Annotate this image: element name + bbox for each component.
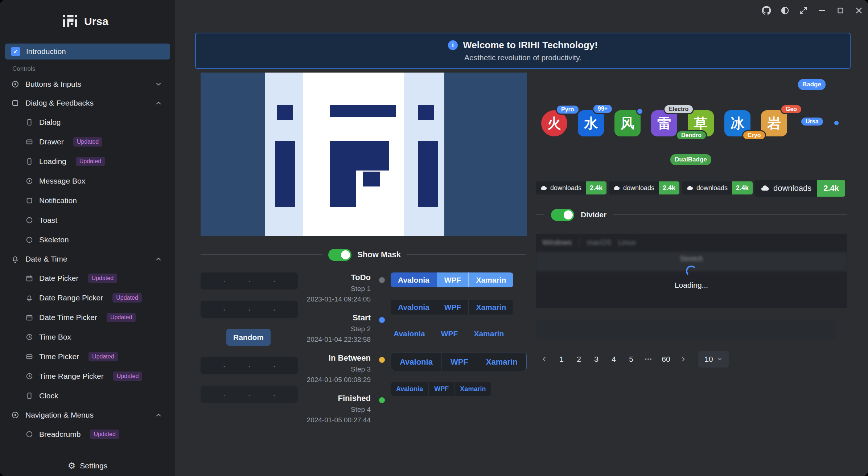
- count-badge: 99+: [592, 104, 613, 114]
- app-title: Ursa: [84, 15, 108, 28]
- cloud-icon: [613, 184, 620, 192]
- sidebar-item-time-range-picker[interactable]: Time Range Picker Updated: [0, 367, 175, 385]
- gear-icon: ⚙: [68, 461, 76, 471]
- page-button-2[interactable]: 2: [571, 351, 587, 368]
- maximize-button[interactable]: [835, 5, 846, 16]
- welcome-banner: i Welcome to IRIHI Technology! Aesthetic…: [195, 33, 851, 69]
- downloads-count: 2.4k: [732, 181, 753, 194]
- divider-toggle[interactable]: [551, 209, 574, 221]
- page-size-select[interactable]: 10: [698, 351, 729, 368]
- timeline-step-start: Start Step 2 2024-01-04 22:32:58: [253, 313, 371, 353]
- wpf-button[interactable]: WPF: [437, 300, 469, 315]
- date-time-picker-icon: [25, 313, 33, 321]
- downloads-badge-large: downloads 2.4k: [754, 180, 845, 197]
- sidebar-item-message-box[interactable]: Message Box: [0, 172, 175, 190]
- settings-button[interactable]: ⚙ Settings: [0, 455, 175, 476]
- timeline-step-in-between: In Between Step 3 2024-01-05 00:08:29: [253, 353, 371, 394]
- sidebar-item-breadcrumb[interactable]: Breadcrumb Updated: [0, 425, 175, 443]
- sidebar-item-dialog[interactable]: Dialog: [0, 113, 175, 131]
- timeline-dot-finished: [379, 397, 385, 403]
- downloads-count: 2.4k: [659, 181, 679, 194]
- github-button[interactable]: [761, 5, 772, 16]
- app-window: Ursa ✓ Introduction Controls Buttons & I…: [0, 0, 868, 476]
- updated-badge: Updated: [89, 352, 118, 361]
- timeline-dot-in-between: [379, 357, 385, 363]
- xamarin-button[interactable]: Xamarin: [468, 272, 513, 287]
- minimize-icon: [817, 6, 827, 15]
- downloads-count: 2.4k: [586, 181, 606, 194]
- avalonia-button[interactable]: Avalonia: [391, 272, 437, 287]
- page-button-60[interactable]: 60: [658, 351, 674, 368]
- avalonia-button[interactable]: Avalonia: [391, 353, 441, 371]
- loading-overlay: Loading...: [536, 234, 847, 308]
- sidebar-item-introduction[interactable]: ✓ Introduction: [5, 44, 170, 60]
- page-button-3[interactable]: 3: [588, 351, 604, 368]
- sidebar-group-buttons-inputs[interactable]: Buttons & Inputs: [0, 75, 175, 93]
- chevron-down-icon: [155, 81, 162, 88]
- maximize-icon: [836, 6, 845, 15]
- buttons-inputs-icon: [11, 80, 20, 89]
- loading-panel: Windows macOS Linux Stretch Loading...: [536, 234, 847, 308]
- button-group-outlined: Avalonia WPF Xamarin: [391, 353, 527, 371]
- xamarin-button[interactable]: Xamarin: [468, 300, 513, 315]
- divider-demo: Divider: [536, 208, 847, 222]
- banner-title-row: i Welcome to IRIHI Technology!: [448, 40, 598, 51]
- sidebar-group-dialog-feedbacks[interactable]: Dialog & Feedbacks: [0, 94, 175, 112]
- irihi-logo-image: [201, 73, 527, 236]
- avalonia-button[interactable]: Avalonia: [391, 300, 437, 315]
- timeline-dot-todo: [379, 277, 385, 283]
- xamarin-button[interactable]: Xamarin: [477, 353, 526, 371]
- wpf-button[interactable]: WPF: [441, 353, 477, 371]
- sidebar-item-time-picker[interactable]: Time Picker Updated: [0, 348, 175, 366]
- show-mask-label: Show Mask: [357, 250, 401, 259]
- minimize-button[interactable]: [816, 5, 827, 16]
- close-icon: [854, 6, 864, 15]
- sidebar-item-clock[interactable]: Clock: [0, 387, 175, 405]
- sidebar-group-navigation-menus[interactable]: Navigation & Menus: [0, 406, 175, 424]
- pagination-ellipsis[interactable]: •••: [641, 356, 657, 362]
- github-icon: [762, 6, 771, 15]
- sidebar-item-loading[interactable]: Loading Updated: [0, 152, 175, 171]
- wpf-button[interactable]: WPF: [438, 326, 461, 341]
- xamarin-button[interactable]: Xamarin: [471, 326, 507, 341]
- downloads-badge: downloads 2.4k: [682, 181, 753, 194]
- updated-badge: Updated: [113, 372, 143, 381]
- skeleton-icon: [25, 236, 33, 244]
- badge-section-pill: Badge: [798, 79, 826, 90]
- wpf-button[interactable]: WPF: [437, 272, 469, 287]
- wpf-button[interactable]: WPF: [428, 382, 454, 396]
- updated-badge: Updated: [112, 293, 142, 303]
- avalonia-button[interactable]: Avalonia: [391, 326, 428, 341]
- xamarin-button[interactable]: Xamarin: [454, 382, 491, 396]
- date-time-icon: [11, 255, 20, 263]
- sidebar-item-skeleton[interactable]: Skeleton: [0, 231, 175, 249]
- sidebar-item-date-range-picker[interactable]: Date Range Picker Updated: [0, 289, 175, 307]
- sidebar-item-drawer[interactable]: Drawer Updated: [0, 133, 175, 151]
- page-button-4[interactable]: 4: [606, 351, 622, 368]
- next-page-button[interactable]: [675, 351, 691, 368]
- timeline-dot-start: [379, 317, 385, 323]
- sidebar-item-notification[interactable]: Notification: [0, 192, 175, 210]
- divider-line: [613, 214, 847, 215]
- sidebar-item-date-picker[interactable]: Date Picker Updated: [0, 269, 175, 287]
- sidebar-item-date-time-picker[interactable]: Date Time Picker Updated: [0, 308, 175, 327]
- sidebar-item-toast[interactable]: Toast: [0, 211, 175, 229]
- avalonia-button[interactable]: Avalonia: [391, 382, 428, 396]
- sidebar-group-date-time[interactable]: Date & Time: [0, 250, 175, 268]
- chevron-right-icon: [680, 356, 687, 363]
- prev-page-button[interactable]: [536, 351, 552, 368]
- cloud-icon: [686, 184, 694, 192]
- dot-badge: [833, 120, 840, 126]
- theme-toggle-button[interactable]: [779, 5, 790, 16]
- empty-textbox[interactable]: [536, 320, 836, 340]
- fullscreen-button[interactable]: [798, 5, 809, 16]
- page-button-1[interactable]: 1: [554, 351, 569, 368]
- button-group-solid: Avalonia WPF Xamarin: [391, 272, 513, 287]
- show-mask-toggle[interactable]: [328, 249, 351, 261]
- sidebar-item-time-box[interactable]: Time Box: [0, 328, 175, 346]
- page-button-5[interactable]: 5: [623, 351, 639, 368]
- close-button[interactable]: [853, 5, 864, 16]
- sidebar: Ursa ✓ Introduction Controls Buttons & I…: [0, 0, 175, 476]
- notification-icon: [25, 197, 33, 205]
- time-picker-icon: [25, 353, 33, 361]
